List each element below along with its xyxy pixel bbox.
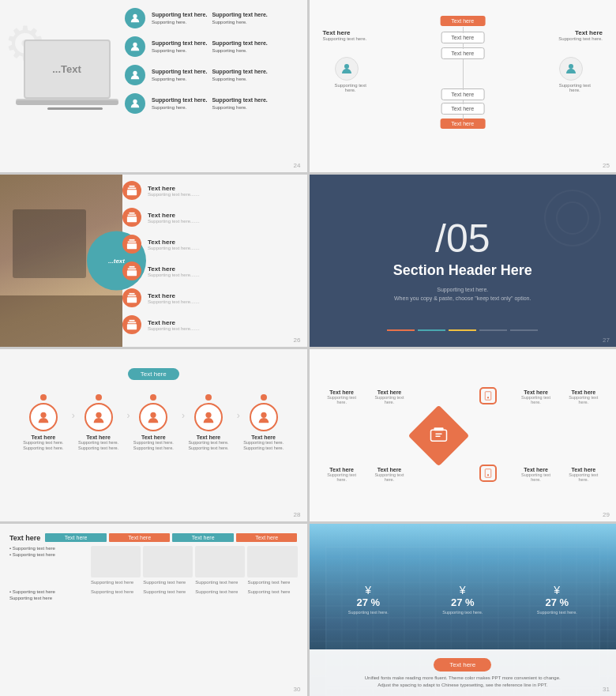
s7-col-2: Supporting text here — [143, 546, 193, 585]
step-3: Text here Supporting text here.Supportin… — [126, 394, 181, 451]
process-header-wrap: Text here — [9, 365, 298, 380]
page-number-3: 26 — [294, 337, 301, 344]
svg-rect-19 — [130, 293, 135, 295]
svg-rect-7 — [130, 186, 135, 187]
s7-header-3: Text here — [172, 533, 234, 542]
grad-icon-4 — [122, 261, 141, 280]
svg-point-1 — [133, 43, 137, 47]
slide3-photo: ...text — [0, 175, 122, 347]
page-number-6: 29 — [603, 511, 610, 518]
laptop-label: ...Text — [52, 63, 81, 75]
svg-rect-15 — [128, 269, 137, 270]
slide-1: ⚙ ...Text Supporting text here.Supportin… — [0, 0, 307, 172]
page-number-5: 28 — [294, 511, 301, 518]
fc-box-4: Text here — [441, 88, 484, 100]
section-header: Section Header Here — [393, 262, 532, 279]
svg-rect-16 — [130, 266, 135, 268]
slide3-item-3: Text hereSupporting text here....... — [122, 235, 303, 254]
fc-line-2 — [463, 43, 464, 49]
grad-icon-3 — [122, 235, 141, 254]
process-steps: Text here Supporting text here.Supportin… — [9, 394, 298, 451]
svg-rect-21 — [128, 322, 137, 324]
s7-header-4: Text here — [236, 533, 298, 542]
stats-row: ¥ 27 % Supporting text here. ¥ 27 % Supp… — [310, 584, 617, 615]
grid-cell-11: Text here Supporting text here. — [513, 436, 558, 512]
slide-6: Text here Supporting text here. Text her… — [310, 349, 617, 521]
section-number: /05 — [393, 219, 532, 258]
slide3-item-5: Text hereSupporting text here....... — [122, 288, 303, 307]
s7-content-top: • Supporting text here • Supporting text… — [9, 546, 298, 585]
svg-rect-20 — [127, 297, 137, 303]
bg-watermark — [541, 186, 604, 253]
svg-point-24 — [545, 190, 600, 246]
s7-bullets-left: • Supporting text here • Supporting text… — [9, 546, 88, 585]
slide-3: ...text Text hereSupporting text here...… — [0, 175, 307, 347]
svg-rect-6 — [128, 188, 137, 190]
page-number-2: 25 — [603, 162, 610, 169]
pb-gray-2 — [510, 329, 538, 331]
page-number-8: 31 — [603, 686, 610, 693]
page-number-1: 24 — [294, 162, 301, 169]
s7-header-2: Text here — [109, 533, 171, 542]
s8-bottom-panel: Text here Unified fonts make reading mor… — [310, 649, 617, 696]
grid-cell-1: Text here Supporting text here. — [319, 359, 365, 435]
svg-point-2 — [133, 71, 137, 75]
grid-cell-8: Text here Supporting text here. — [366, 436, 412, 512]
s8-button[interactable]: Text here — [434, 658, 491, 672]
list-row-1: Supporting text here.Supporting here. Su… — [125, 8, 303, 28]
grid-cell-7: Text here Supporting text here. — [319, 436, 365, 512]
slide-2: Text here Text here Text here Supporting… — [310, 0, 617, 172]
svg-rect-35 — [485, 391, 491, 400]
slide-4: /05 Section Header Here Supporting text … — [310, 175, 617, 347]
slide-8: ¥ 27 % Supporting text here. ¥ 27 % Supp… — [310, 524, 617, 696]
list-row-2: Supporting text here.Supporting here. Su… — [125, 36, 303, 57]
svg-rect-8 — [127, 190, 137, 195]
step-5: Text here Supporting text here.Supportin… — [236, 394, 291, 451]
grad-icon-5 — [122, 288, 141, 307]
svg-point-30 — [261, 412, 266, 418]
svg-rect-22 — [130, 320, 135, 322]
laptop-icon: ...Text — [24, 40, 111, 99]
page-number-4: 27 — [603, 337, 610, 344]
step-4: Text here Supporting text here.Supportin… — [181, 394, 236, 451]
pb-yellow — [449, 329, 476, 331]
step-1: Text here Supporting text here.Supportin… — [16, 394, 71, 451]
section-content: /05 Section Header Here Supporting text … — [393, 219, 532, 303]
svg-point-0 — [133, 14, 137, 18]
s7-col-b3: Supporting text here — [195, 589, 245, 602]
svg-rect-37 — [485, 468, 491, 477]
grad-icon-1 — [122, 181, 141, 200]
s7-title: Text here — [9, 534, 40, 542]
s8-button-wrap: Text here — [319, 656, 607, 672]
svg-point-29 — [205, 412, 211, 418]
svg-rect-10 — [130, 213, 135, 214]
icon-circle-4 — [125, 93, 145, 114]
slide3-list: Text hereSupporting text here....... Tex… — [122, 181, 303, 342]
slide3-item-4: Text hereSupporting text here....... — [122, 261, 303, 280]
icon-circle-1 — [125, 8, 145, 28]
stat-2: ¥ 27 % Supporting text here. — [442, 584, 483, 615]
s7-header-1: Text here — [45, 533, 107, 542]
fc-left-person: Supporting texthere. — [335, 57, 366, 92]
pb-gray-1 — [479, 329, 507, 331]
svg-rect-12 — [128, 242, 137, 243]
pb-teal — [418, 329, 445, 331]
stat-1: ¥ 27 % Supporting text here. — [348, 584, 389, 615]
section-supporting: Supporting text here. When you copy & pa… — [393, 285, 532, 303]
laptop-area: ...Text — [9, 12, 124, 126]
s7-cols-top: Supporting text here Supporting text her… — [91, 546, 298, 585]
fc-line-1 — [463, 27, 464, 33]
grid-cell-6: Text here Supporting text here. — [561, 359, 607, 435]
svg-rect-13 — [130, 239, 135, 241]
grad-icon-6 — [122, 315, 141, 334]
svg-point-28 — [151, 412, 156, 418]
grid-cell-4 — [465, 359, 511, 435]
grid-cell-5: Text here Supporting text here. — [513, 359, 558, 435]
list-row-3: Supporting text here.Supporting here. Su… — [125, 65, 303, 85]
s7-content-bottom: • Supporting text here Supporting text h… — [9, 589, 298, 602]
s7-bullets-bottom: • Supporting text here Supporting text h… — [9, 589, 88, 602]
grid-cell-10 — [465, 436, 511, 512]
svg-point-5 — [569, 64, 573, 69]
grid-cell-2: Text here Supporting text here. — [366, 359, 412, 435]
slide3-item-2: Text hereSupporting text here....... — [122, 208, 303, 227]
